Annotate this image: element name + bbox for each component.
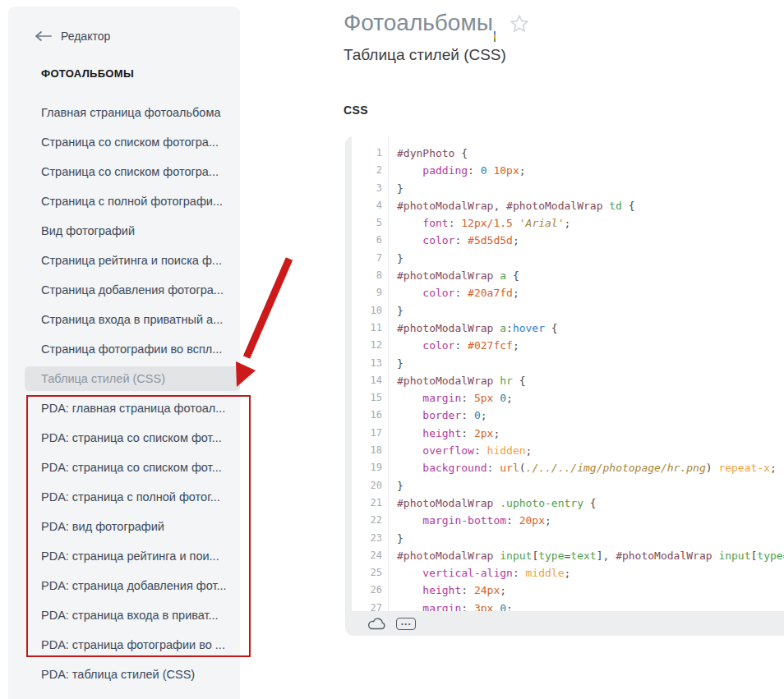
template-editor-page: Редактор ФОТОАЛЬБОМЫ Главная страница фо… xyxy=(0,0,784,699)
sidebar-item-label: PDA: страница добавления фот... xyxy=(41,579,227,592)
line-number: 4 xyxy=(352,197,382,214)
code-line[interactable]: #photoModalWrap a { xyxy=(397,267,784,284)
line-number: 1 xyxy=(352,145,382,162)
editor-code-area[interactable]: 1234567891011121314151617181920212223242… xyxy=(352,136,784,611)
code-line[interactable]: } xyxy=(397,250,784,267)
code-line[interactable]: #photoModalWrap hr { xyxy=(397,372,784,389)
code-line[interactable]: color: #5d5d5d; xyxy=(397,232,784,249)
sidebar-section-title: ФОТОАЛЬБОМЫ xyxy=(41,67,134,80)
code-line[interactable]: #photoModalWrap, #photoModalWrap td { xyxy=(397,197,784,214)
sidebar-item[interactable]: PDA: страница добавления фот... xyxy=(8,571,240,600)
code-line[interactable]: } xyxy=(397,180,784,197)
code-line[interactable]: overflow: hidden; xyxy=(397,442,784,459)
back-to-editor-link[interactable]: Редактор xyxy=(35,30,110,43)
line-number: 6 xyxy=(352,232,382,249)
code-line[interactable]: #photoModalWrap .uphoto-entry { xyxy=(397,494,784,512)
sidebar-item-label: PDA: страница со списком фот... xyxy=(41,431,222,444)
sidebar-item[interactable]: PDA: главная страница фотоал... xyxy=(8,393,240,423)
sidebar-item[interactable]: Страница фотографии во вспл... xyxy=(8,334,240,364)
code-line[interactable]: } xyxy=(397,355,784,372)
code-line[interactable]: color: #20a7fd; xyxy=(397,284,784,301)
sidebar-item[interactable]: Страница рейтинга и поиска ф... xyxy=(8,246,240,275)
line-number: 8 xyxy=(352,267,382,284)
code-line[interactable]: margin: 5px 0; xyxy=(397,389,784,407)
line-number: 27 xyxy=(352,600,382,611)
editor-gutter: 1234567891011121314151617181920212223242… xyxy=(352,136,389,611)
code-line[interactable]: #dynPhoto { xyxy=(397,145,784,162)
css-editor[interactable]: 1234567891011121314151617181920212223242… xyxy=(345,136,784,636)
sidebar-item-label: Страница входа в приватный а... xyxy=(41,313,223,326)
sidebar-item[interactable]: Страница входа в приватный а... xyxy=(8,305,240,334)
code-line[interactable]: vertical-align: middle; xyxy=(397,564,784,582)
line-number: 23 xyxy=(352,530,382,547)
code-line[interactable]: background: url(./../../img/photopage/hr… xyxy=(397,459,784,476)
sidebar-item[interactable]: PDA: вид фотографий xyxy=(8,512,240,541)
sidebar-item[interactable]: Страница с полной фотографи... xyxy=(8,186,240,216)
line-number: 21 xyxy=(352,494,382,512)
favorite-star-button[interactable] xyxy=(510,14,529,34)
css-section-label: CSS xyxy=(344,103,368,117)
code-line[interactable]: height: 24px; xyxy=(397,582,784,599)
ellipsis-icon: ••• xyxy=(396,618,416,630)
code-line[interactable]: } xyxy=(397,530,784,547)
more-options-button[interactable]: ••• xyxy=(396,618,416,630)
arrow-left-icon xyxy=(35,31,53,41)
sidebar-item-label: Страница со списком фотогра... xyxy=(41,136,219,149)
code-line[interactable]: #photoModalWrap input[type=text], #photo… xyxy=(397,547,784,564)
line-number: 14 xyxy=(352,372,382,389)
sidebar-item-label: Главная страница фотоальбома xyxy=(41,106,220,119)
sidebar-item[interactable]: PDA: страница со списком фот... xyxy=(8,423,240,453)
line-number: 7 xyxy=(352,250,382,267)
sidebar-item[interactable]: PDA: страница фотографии во ... xyxy=(8,630,240,660)
code-line[interactable]: } xyxy=(397,477,784,494)
sidebar-item-label: Страница с полной фотографи... xyxy=(41,195,223,208)
sidebar-item[interactable]: Страница со списком фотогра... xyxy=(8,157,240,186)
line-number: 16 xyxy=(352,407,382,424)
cloud-icon xyxy=(366,616,387,631)
line-number: 24 xyxy=(352,547,382,564)
code-line[interactable]: padding: 0 10px; xyxy=(397,162,784,179)
sidebar-item-selected[interactable]: Таблица стилей (CSS) xyxy=(25,366,240,391)
line-number: 15 xyxy=(352,389,382,407)
code-line[interactable]: #photoModalWrap a:hover { xyxy=(397,320,784,337)
sidebar-item[interactable]: Страница со списком фотогра... xyxy=(8,127,240,157)
sidebar-item-label: PDA: страница со списком фот... xyxy=(41,461,222,474)
text-cursor-artifact xyxy=(494,31,496,42)
code-line[interactable]: height: 2px; xyxy=(397,425,784,442)
sidebar-item[interactable]: PDA: страница входа в приват... xyxy=(8,600,240,630)
line-number: 5 xyxy=(352,214,382,232)
sidebar-item[interactable]: PDA: страница со списком фот... xyxy=(8,453,240,482)
line-number: 26 xyxy=(352,582,382,599)
cloud-save-button[interactable] xyxy=(366,616,387,631)
code-line[interactable]: font: 12px/1.5 'Arial'; xyxy=(397,214,784,232)
sidebar-item-label: PDA: таблица стилей (CSS) xyxy=(41,668,195,681)
sidebar-item-label: Страница добавления фотогра... xyxy=(41,283,224,297)
sidebar-item[interactable]: Страница добавления фотогра... xyxy=(8,275,240,305)
sidebar-item[interactable]: PDA: таблица стилей (CSS) xyxy=(8,660,240,689)
editor-footer: ••• xyxy=(345,611,784,636)
sidebar-item-label: Страница рейтинга и поиска ф... xyxy=(41,254,222,267)
line-number: 12 xyxy=(352,337,382,354)
code-line[interactable]: margin: 3px 0; xyxy=(397,600,784,611)
templates-sidebar: Редактор ФОТОАЛЬБОМЫ Главная страница фо… xyxy=(8,7,240,699)
code-line[interactable]: } xyxy=(397,302,784,320)
editor-code[interactable]: #dynPhoto { padding: 0 10px;}#photoModal… xyxy=(389,136,784,611)
star-icon xyxy=(510,14,529,34)
sidebar-item-label: PDA: страница фотографии во ... xyxy=(41,638,225,651)
sidebar-list: Главная страница фотоальбомаСтраница со … xyxy=(8,98,240,689)
page-subtitle: Таблица стилей (CSS) xyxy=(344,46,506,64)
code-line[interactable]: margin-bottom: 20px; xyxy=(397,512,784,529)
sidebar-item-label: Страница со списком фотогра... xyxy=(41,165,219,178)
sidebar-item[interactable]: PDA: страница рейтинга и пои... xyxy=(8,541,240,571)
line-number: 20 xyxy=(352,477,382,494)
sidebar-item[interactable]: PDA: страница с полной фотог... xyxy=(8,482,240,512)
sidebar-item-label: Страница фотографии во вспл... xyxy=(41,343,222,356)
sidebar-item[interactable]: Главная страница фотоальбома xyxy=(8,98,240,127)
sidebar-item-label: PDA: страница рейтинга и пои... xyxy=(41,550,219,563)
sidebar-item[interactable]: Вид фотографий xyxy=(8,216,240,246)
line-number: 25 xyxy=(352,564,382,582)
code-line[interactable]: color: #027fcf; xyxy=(397,337,784,354)
code-line[interactable]: border: 0; xyxy=(397,407,784,424)
back-link-label: Редактор xyxy=(61,30,110,43)
line-number: 11 xyxy=(352,320,382,337)
